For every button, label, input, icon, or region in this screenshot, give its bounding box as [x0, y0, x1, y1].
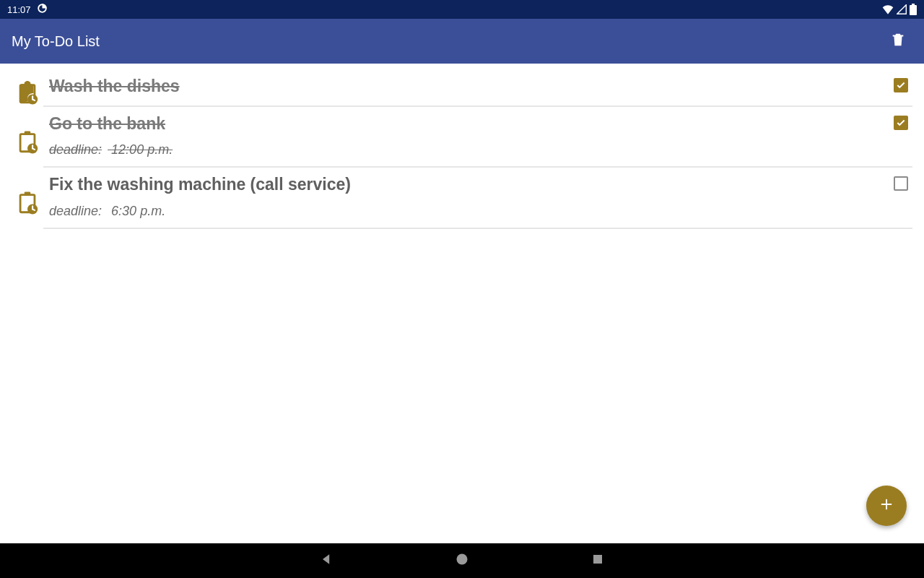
todo-item[interactable]: Wash the dishes [9, 69, 915, 107]
cell-signal-icon [897, 4, 907, 14]
nav-home-button[interactable] [452, 551, 472, 571]
todo-item[interactable]: Go to the bank deadline: 12:00 p.m. [9, 107, 915, 168]
status-dnd-icon [37, 3, 48, 16]
deadline-label: deadline: [49, 142, 102, 157]
nav-back-button[interactable] [316, 551, 336, 571]
add-task-button[interactable] [866, 486, 907, 526]
navigation-bar [0, 543, 924, 578]
nav-recents-button[interactable] [588, 551, 608, 571]
plus-icon [879, 496, 894, 515]
status-time: 11:07 [7, 4, 31, 15]
recents-square-icon [591, 553, 604, 569]
app-title: My To-Do List [12, 33, 100, 50]
svg-point-13 [457, 554, 468, 565]
deadline-value: 12:00 p.m. [111, 142, 173, 157]
svg-rect-3 [912, 4, 915, 5]
deadline-value: 6:30 p.m. [111, 204, 165, 218]
todo-deadline: deadline: 6:30 p.m. [49, 204, 912, 219]
todo-title: Wash the dishes [49, 77, 889, 97]
todo-title: Go to the bank [49, 114, 889, 134]
delete-button[interactable] [884, 27, 912, 56]
svg-rect-8 [25, 131, 31, 135]
app-bar: My To-Do List [0, 19, 924, 64]
clipboard-clock-icon [12, 114, 43, 155]
svg-rect-2 [910, 5, 917, 15]
battery-icon [910, 4, 917, 15]
status-bar: 11:07 [0, 0, 924, 19]
wifi-icon [882, 4, 894, 14]
svg-rect-14 [593, 555, 602, 564]
trash-icon [890, 32, 906, 51]
svg-rect-11 [25, 192, 31, 197]
todo-checkbox[interactable] [894, 78, 908, 92]
clipboard-clock-icon [12, 175, 43, 215]
home-circle-icon [455, 552, 469, 569]
deadline-label: deadline: [49, 204, 102, 218]
back-triangle-icon [319, 552, 334, 569]
todo-list: Wash the dishes Go to the bank [0, 64, 924, 543]
todo-title: Fix the washing machine (call service) [49, 175, 889, 195]
todo-checkbox[interactable] [894, 176, 908, 191]
todo-checkbox[interactable] [894, 116, 908, 130]
todo-item[interactable]: Fix the washing machine (call service) d… [9, 168, 915, 229]
todo-deadline: deadline: 12:00 p.m. [49, 142, 912, 158]
svg-rect-5 [25, 82, 31, 86]
clipboard-clock-icon [12, 77, 43, 105]
